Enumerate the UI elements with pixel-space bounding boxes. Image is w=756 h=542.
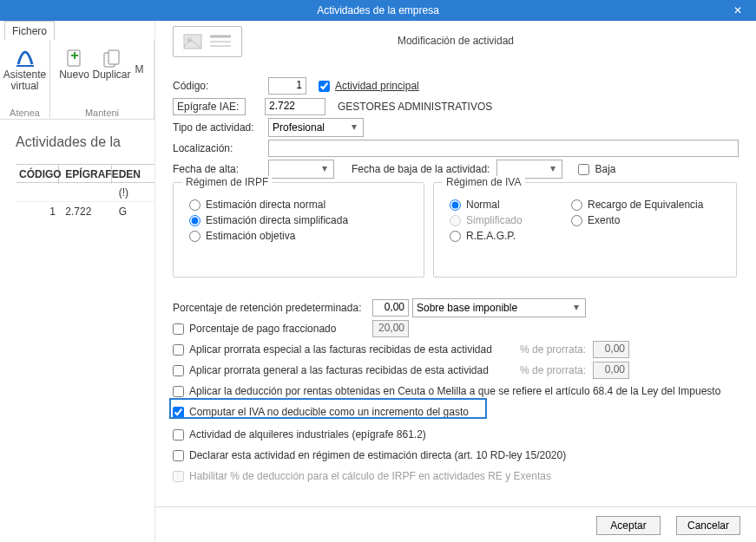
irpf-radio-normal[interactable]: Estimación directa normal: [189, 199, 408, 211]
iva-legend: Régimen de IVA: [443, 176, 525, 188]
prorrata-pct-gen-input: 0,00: [593, 362, 629, 379]
epigrafe-input[interactable]: 2.722: [265, 98, 325, 115]
epigrafe-button[interactable]: Epígrafe IAE:: [173, 98, 246, 115]
irpf-radio-objetiva[interactable]: Estimación objetiva: [189, 230, 408, 242]
accept-button[interactable]: Aceptar: [596, 516, 661, 535]
new-icon[interactable]: [64, 49, 85, 69]
grid-card-title: Actividades de la: [16, 134, 121, 150]
irpf-radio-simplificada[interactable]: Estimación directa simplificada: [189, 214, 408, 226]
prorrata-pct-label: % de prorrata:: [520, 343, 593, 356]
ribbon-btn-nuevo[interactable]: Nuevo: [58, 69, 91, 81]
fieldset-iva: Régimen de IVA Normal Simplificado R.E.A…: [433, 182, 737, 278]
prorrata-general-checkbox[interactable]: Aplicar prorrata general a las facturas …: [173, 364, 520, 376]
iva-radio-reagp[interactable]: R.E.A.G.P.: [450, 230, 571, 242]
loc-label: Localización:: [173, 142, 268, 154]
ribbon-group-atenea: Asistente virtual Atenea: [0, 40, 50, 120]
iva-radio-recargo[interactable]: Recargo de Equivalencia: [571, 199, 703, 211]
ribbon-group-caption-atenea: Atenea: [0, 108, 49, 118]
cell-codigo: 1: [16, 202, 59, 221]
baja-checkbox[interactable]: Baja: [578, 163, 615, 175]
alta-label: Fecha de alta:: [173, 163, 268, 175]
table-row[interactable]: 1 2.722 (!) G: [16, 183, 154, 202]
ribbon-group-mant: Nuevo Duplicar M Manteni: [50, 40, 154, 120]
footer-divider: [155, 506, 756, 507]
ribbon-btn-duplicar[interactable]: Duplicar: [93, 69, 131, 81]
principal-check-input[interactable]: [319, 81, 330, 92]
ribbon-group-caption-mant: Manteni: [50, 108, 154, 118]
prorrata-pct-esp-input: 0,00: [593, 341, 629, 358]
rd15-checkbox[interactable]: Declarar esta actividad en régimen de es…: [173, 449, 566, 461]
highlight-iva-nd: [169, 398, 487, 419]
duplicate-icon[interactable]: [102, 49, 122, 69]
alquileres-checkbox[interactable]: Actividad de alquileres industriales (ep…: [173, 428, 426, 441]
dialog-title-bar: Actividades de la empresa: [0, 0, 756, 21]
ceuta-checkbox[interactable]: Aplicar la deducción por rentas obtenida…: [173, 385, 720, 397]
ribbon-btn-mod[interactable]: M: [133, 64, 147, 75]
prorrata-pct-label2: % de prorrata:: [520, 364, 593, 376]
chevron-down-icon: ▾: [318, 162, 332, 176]
tab-fichero[interactable]: Fichero: [4, 21, 55, 40]
ret-label: Porcentaje de retención predeterminada:: [173, 302, 372, 314]
col-epigrafe[interactable]: EPÍGRAFE: [62, 165, 112, 184]
principal-label: Actividad principal: [335, 80, 419, 92]
baja-label: Fecha de baja de la actividad:: [352, 163, 490, 175]
irpf-legend: Régimen de IRPF: [182, 176, 272, 188]
tipo-select[interactable]: Profesional ▾: [268, 118, 364, 137]
cell-den: (!) G: [115, 183, 141, 202]
cancel-button[interactable]: Cancelar: [676, 516, 740, 535]
codigo-input[interactable]: 1: [268, 77, 306, 95]
dialog-title: Actividades de la empresa: [317, 4, 439, 16]
loc-input[interactable]: [268, 140, 739, 157]
frac-input: 20,00: [372, 320, 409, 337]
chevron-down-icon: ▾: [347, 121, 361, 134]
prorrata-especial-checkbox[interactable]: Aplicar prorrata especial a las facturas…: [173, 343, 520, 356]
iva-radio-exento[interactable]: Exento: [571, 214, 703, 226]
principal-checkbox[interactable]: Actividad principal: [319, 80, 419, 92]
ret-base-select[interactable]: Sobre base imponible ▾: [412, 298, 586, 317]
cell-epigrafe: 2.722: [62, 202, 112, 221]
ret-input[interactable]: 0,00: [372, 299, 409, 317]
col-den[interactable]: DEN: [115, 165, 141, 184]
codigo-label: Código:: [173, 80, 268, 92]
close-icon[interactable]: ✕: [720, 0, 756, 21]
epigrafe-desc: GESTORES ADMINISTRATIVOS: [338, 101, 492, 113]
activity-form: Modificación de actividad Código: 1 Acti…: [154, 21, 756, 542]
grid-header: CÓDIGO EPÍGRAFE DEN: [16, 164, 154, 183]
habilitar-checkbox: Habilitar % de deducción para el cálculo…: [173, 470, 551, 482]
baja-chk-label: Baja: [595, 163, 615, 175]
form-title: Modificación de actividad: [173, 35, 739, 47]
assistant-icon[interactable]: [13, 45, 37, 69]
tipo-label: Tipo de actividad:: [173, 121, 268, 134]
iva-radio-normal[interactable]: Normal: [450, 199, 571, 211]
svg-rect-3: [108, 50, 119, 64]
iva-radio-simplificado: Simplificado: [450, 214, 571, 226]
fieldset-irpf: Régimen de IRPF Estimación directa norma…: [173, 182, 424, 278]
col-codigo[interactable]: CÓDIGO: [16, 165, 59, 184]
alta-date[interactable]: ▾: [268, 160, 334, 179]
chevron-down-icon: ▾: [546, 162, 560, 176]
frac-checkbox[interactable]: Porcentaje de pago fraccionado: [173, 323, 372, 335]
chevron-down-icon: ▾: [569, 301, 583, 315]
ribbon-btn-asistente-l2[interactable]: virtual: [0, 81, 49, 92]
tipo-value: Profesional: [273, 121, 325, 134]
baja-check-input[interactable]: [578, 164, 589, 175]
